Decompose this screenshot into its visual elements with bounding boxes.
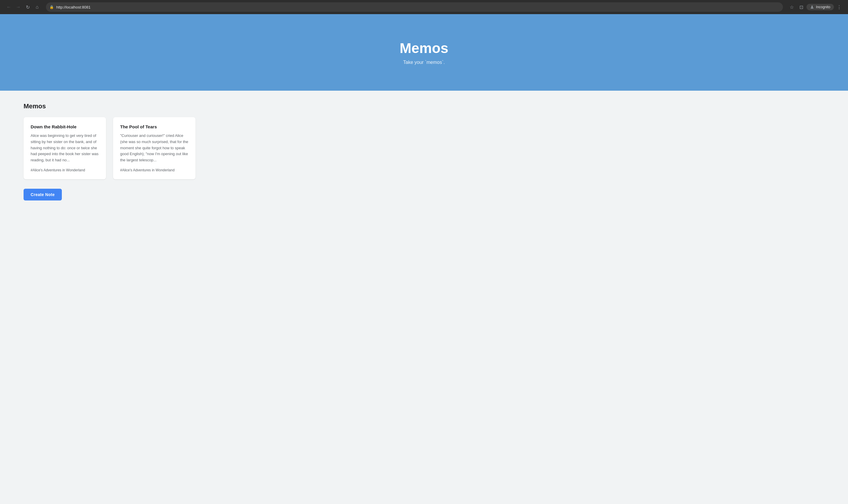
- extensions-icon: ⊡: [799, 4, 803, 10]
- card-1-tag: #Alice's Adventures in Wonderland: [31, 168, 99, 172]
- incognito-button[interactable]: Incognito: [807, 4, 834, 10]
- section-title: Memos: [23, 103, 825, 110]
- menu-button[interactable]: ⋮: [835, 3, 843, 11]
- create-note-button[interactable]: Create Note: [23, 189, 62, 200]
- refresh-icon: ↻: [26, 4, 30, 10]
- forward-icon: →: [16, 4, 21, 10]
- url-text: http://localhost:8081: [56, 5, 90, 10]
- memo-card-1[interactable]: Down the Rabbit-Hole Alice was beginning…: [23, 117, 106, 179]
- lock-icon: 🔒: [50, 5, 54, 9]
- refresh-button[interactable]: ↻: [23, 3, 32, 11]
- incognito-icon: [810, 5, 814, 9]
- menu-icon: ⋮: [837, 4, 842, 10]
- card-2-body: "Curiouser and curiouser!" cried Alice (…: [120, 133, 188, 163]
- browser-chrome: ← → ↻ ⌂ 🔒 http://localhost:8081 ☆ ⊡ Inco…: [0, 0, 848, 14]
- back-button[interactable]: ←: [5, 3, 13, 11]
- main-content: Memos Down the Rabbit-Hole Alice was beg…: [0, 91, 848, 504]
- star-icon: ☆: [790, 4, 794, 10]
- card-1-body: Alice was beginning to get very tired of…: [31, 133, 99, 163]
- forward-button[interactable]: →: [14, 3, 22, 11]
- card-2-tag: #Alice's Adventures in Wonderland: [120, 168, 188, 172]
- star-button[interactable]: ☆: [788, 3, 796, 11]
- nav-buttons: ← → ↻ ⌂: [5, 3, 41, 11]
- incognito-label: Incognito: [816, 5, 830, 9]
- memo-card-2[interactable]: The Pool of Tears "Curiouser and curious…: [113, 117, 196, 179]
- extensions-button[interactable]: ⊡: [797, 3, 805, 11]
- home-icon: ⌂: [36, 4, 39, 10]
- back-icon: ←: [6, 4, 11, 10]
- card-2-title: The Pool of Tears: [120, 124, 188, 129]
- home-button[interactable]: ⌂: [33, 3, 41, 11]
- hero-section: Memos Take your `memos`.: [0, 14, 848, 91]
- hero-subtitle: Take your `memos`.: [403, 60, 445, 65]
- cards-grid: Down the Rabbit-Hole Alice was beginning…: [23, 117, 825, 179]
- card-1-title: Down the Rabbit-Hole: [31, 124, 99, 129]
- hero-title: Memos: [400, 40, 448, 56]
- browser-actions: ☆ ⊡ Incognito ⋮: [788, 3, 843, 11]
- svg-point-0: [811, 5, 813, 7]
- address-bar[interactable]: 🔒 http://localhost:8081: [46, 2, 783, 12]
